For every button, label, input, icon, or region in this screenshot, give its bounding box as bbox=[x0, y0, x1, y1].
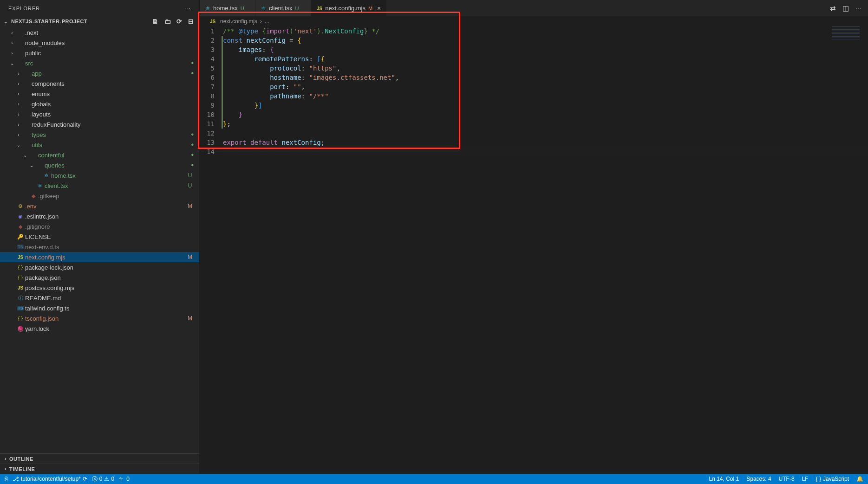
file-type-icon: ⚛ bbox=[35, 183, 45, 189]
status-ports[interactable]: ᯤ0 bbox=[119, 476, 130, 482]
file-item[interactable]: ◆.gitignore bbox=[0, 221, 199, 232]
collapse-all-icon[interactable]: ⊟ bbox=[188, 18, 194, 25]
file-item[interactable]: { }package.json bbox=[0, 272, 199, 283]
line-number[interactable]: 2 bbox=[200, 36, 223, 45]
file-item[interactable]: { }package-lock.json bbox=[0, 262, 199, 272]
tree-item-label: queries bbox=[45, 162, 191, 169]
status-branch[interactable]: ⎇ tutorial/contentful/setup* ⟳ bbox=[13, 476, 87, 482]
tab-git-status: M bbox=[368, 6, 372, 11]
folder-item[interactable]: ›types• bbox=[0, 129, 199, 140]
project-actions: 🗎 🗀 ⟳ ⊟ bbox=[152, 18, 194, 25]
line-number[interactable]: 6 bbox=[200, 73, 223, 82]
new-folder-icon[interactable]: 🗀 bbox=[164, 18, 171, 25]
line-number[interactable]: 9 bbox=[200, 101, 223, 110]
editor-tab[interactable]: ⚛home.tsxU bbox=[200, 0, 255, 16]
split-editor-icon[interactable]: ◫ bbox=[842, 4, 849, 13]
folder-item[interactable]: ⌄contentful• bbox=[0, 150, 199, 160]
file-item[interactable]: ◆.gitkeep bbox=[0, 191, 199, 201]
file-item[interactable]: TSnext-env.d.ts bbox=[0, 242, 199, 252]
tree-item-label: home.tsx bbox=[51, 172, 186, 179]
line-number[interactable]: 3 bbox=[200, 45, 223, 54]
status-cursor[interactable]: Ln 14, Col 1 bbox=[709, 476, 739, 482]
status-language[interactable]: { } JavaScript bbox=[816, 476, 849, 482]
antenna-icon: ᯤ bbox=[119, 476, 124, 482]
line-number[interactable]: 13 bbox=[200, 138, 215, 147]
line-number[interactable]: 1 bbox=[200, 26, 215, 36]
status-encoding[interactable]: UTF-8 bbox=[779, 476, 795, 482]
folder-item[interactable]: ⌄queries• bbox=[0, 160, 199, 170]
folder-item[interactable]: ›globals bbox=[0, 99, 199, 109]
status-notifications-icon[interactable]: 🔔 bbox=[856, 476, 863, 482]
file-type-icon: { } bbox=[16, 316, 25, 321]
folder-item[interactable]: ›app• bbox=[0, 68, 199, 78]
file-item[interactable]: ⚛client.tsxU bbox=[0, 181, 199, 191]
file-item[interactable]: 🧶yarn.lock bbox=[0, 323, 199, 334]
editor-more-icon[interactable]: ··· bbox=[855, 4, 861, 12]
tree-item-label: contentful bbox=[38, 152, 191, 159]
chevron-down-icon: ⌄ bbox=[8, 61, 16, 66]
tree-item-label: README.md bbox=[25, 295, 194, 302]
file-item[interactable]: 🔑LICENSE bbox=[0, 232, 199, 242]
line-number[interactable]: 12 bbox=[200, 129, 215, 138]
line-number[interactable]: 10 bbox=[200, 110, 223, 119]
folder-item[interactable]: ›enums bbox=[0, 89, 199, 99]
folder-item[interactable]: ›layouts bbox=[0, 109, 199, 119]
chevron-right-icon: › bbox=[15, 132, 22, 137]
line-number[interactable]: 5 bbox=[200, 64, 223, 73]
folder-item[interactable]: ›public bbox=[0, 48, 199, 58]
line-number[interactable]: 8 bbox=[200, 91, 223, 101]
line-number[interactable]: 11 bbox=[200, 119, 223, 129]
folder-item[interactable]: ›components bbox=[0, 78, 199, 89]
tree-item-label: src bbox=[25, 60, 191, 67]
line-number[interactable]: 7 bbox=[200, 82, 223, 91]
file-tree: ›.next›node_modules›public⌄src•›app•›com… bbox=[0, 26, 199, 453]
line-number[interactable]: 14 bbox=[200, 147, 215, 156]
editor-tab[interactable]: JSnext.config.mjsM× bbox=[311, 0, 387, 16]
tab-git-status: U bbox=[295, 6, 299, 11]
folder-item[interactable]: ⌄utils• bbox=[0, 140, 199, 150]
file-item[interactable]: ◉.eslintrc.json bbox=[0, 211, 199, 221]
new-file-icon[interactable]: 🗎 bbox=[152, 18, 159, 25]
explorer-more-icon[interactable]: ··· bbox=[185, 6, 191, 11]
line-number[interactable]: 4 bbox=[200, 54, 223, 64]
code-editor[interactable]: 1234567891011121314 /** @type {import('n… bbox=[200, 26, 868, 474]
chevron-right-icon: › bbox=[15, 102, 22, 107]
tree-item-label: postcss.config.mjs bbox=[25, 284, 194, 291]
file-item[interactable]: ⚙.envM bbox=[0, 201, 199, 211]
minimap[interactable] bbox=[832, 26, 860, 40]
refresh-icon[interactable]: ⟳ bbox=[176, 18, 183, 25]
file-type-icon: ⚛ bbox=[261, 5, 266, 12]
line-gutter[interactable]: 1234567891011121314 bbox=[200, 26, 223, 156]
file-item[interactable]: TStailwind.config.ts bbox=[0, 303, 199, 313]
file-item[interactable]: ⓘREADME.md bbox=[0, 293, 199, 303]
status-remote-icon[interactable]: ⎘ bbox=[5, 476, 8, 482]
breadcrumb[interactable]: JS next.config.mjs › ... bbox=[200, 16, 868, 26]
tree-item-label: node_modules bbox=[25, 39, 194, 46]
tree-item-label: public bbox=[25, 50, 194, 57]
branch-icon: ⎇ bbox=[13, 476, 19, 482]
timeline-panel[interactable]: › TIMELINE bbox=[0, 464, 199, 474]
file-item[interactable]: { }tsconfig.jsonM bbox=[0, 313, 199, 323]
chevron-right-icon: › bbox=[2, 456, 9, 461]
file-item[interactable]: JSnext.config.mjsM bbox=[0, 252, 199, 262]
compare-changes-icon[interactable]: ⇄ bbox=[830, 4, 836, 13]
status-eol[interactable]: LF bbox=[802, 476, 809, 482]
folder-item[interactable]: ›node_modules bbox=[0, 38, 199, 48]
outline-panel[interactable]: › OUTLINE bbox=[0, 453, 199, 464]
folder-item[interactable]: ›.next bbox=[0, 27, 199, 38]
editor-tab[interactable]: ⚛client.tsxU bbox=[255, 0, 311, 16]
status-problems[interactable]: ⓧ0 ⚠0 bbox=[92, 475, 114, 483]
editor-actions: ⇄ ◫ ··· bbox=[830, 0, 868, 16]
status-indent[interactable]: Spaces: 4 bbox=[746, 476, 771, 482]
error-icon: ⓧ bbox=[92, 475, 98, 483]
code-content[interactable]: /** @type {import('next').NextConfig} */… bbox=[223, 26, 868, 156]
project-header[interactable]: ⌄ NEXTJS-STARTER-PROJECT 🗎 🗀 ⟳ ⊟ bbox=[0, 16, 199, 26]
folder-item[interactable]: ›reduxFunctionality bbox=[0, 119, 199, 129]
close-tab-icon[interactable]: × bbox=[377, 5, 381, 12]
chevron-right-icon: › bbox=[15, 81, 22, 86]
file-item[interactable]: ⚛home.tsxU bbox=[0, 170, 199, 181]
folder-item[interactable]: ⌄src• bbox=[0, 58, 199, 68]
file-item[interactable]: JSpostcss.config.mjs bbox=[0, 283, 199, 293]
file-type-icon: ⓘ bbox=[16, 295, 25, 302]
chevron-right-icon: › bbox=[15, 122, 22, 127]
